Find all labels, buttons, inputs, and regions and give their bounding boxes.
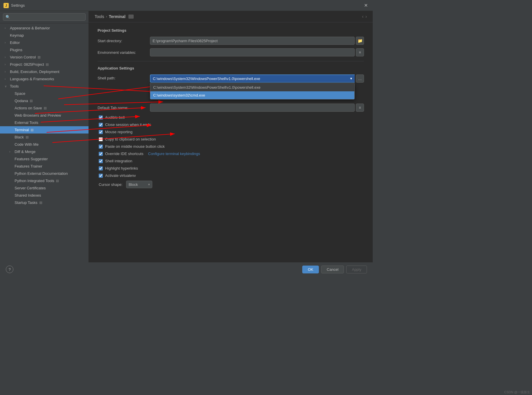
sidebar-item-python-integrated[interactable]: Python Integrated Tools ▤: [0, 177, 89, 184]
start-directory-folder-btn[interactable]: 📁: [356, 37, 364, 45]
env-vars-input[interactable]: [150, 48, 355, 56]
sidebar-item-label: Plugins: [10, 48, 22, 52]
start-directory-row: Start directory: 📁: [98, 37, 364, 45]
highlight-hyperlinks-checkbox[interactable]: [99, 166, 103, 170]
search-input[interactable]: [3, 13, 86, 21]
chevron-placeholder: [5, 48, 8, 51]
env-vars-row: Environment variables: ≡: [98, 48, 364, 56]
sidebar-item-terminal[interactable]: Terminal ▤: [0, 126, 89, 134]
shell-path-ellipsis-btn[interactable]: …: [356, 74, 364, 83]
breadcrumb-parent: Tools: [95, 14, 104, 19]
sidebar-item-build[interactable]: › Build, Execution, Deployment: [0, 68, 89, 75]
shell-path-row: Shell path: ▼ … C:\windows\System32\Wind…: [98, 74, 364, 83]
close-button[interactable]: ✕: [362, 2, 369, 9]
sidebar-item-external-tools[interactable]: External Tools: [0, 119, 89, 126]
nav-forward-arrow[interactable]: ›: [365, 14, 367, 19]
sidebar-item-keymap[interactable]: Keymap: [0, 32, 89, 39]
sidebar-items: › Appearance & Behavior Keymap › Editor …: [0, 23, 89, 262]
sidebar-item-label: Python Integrated Tools: [15, 179, 54, 183]
activate-virtualenv-checkbox[interactable]: [99, 174, 103, 178]
sidebar-item-label: Python External Documentation: [15, 171, 68, 176]
paste-middle-checkbox[interactable]: [99, 145, 103, 149]
sidebar-item-features-suggester[interactable]: Features Suggester: [0, 155, 89, 163]
default-tab-input[interactable]: [150, 104, 355, 112]
cursor-shape-select-wrapper: Block Underline Vertical ▼: [126, 181, 152, 188]
env-vars-control: ≡: [150, 48, 364, 56]
sidebar-item-languages[interactable]: › Languages & Frameworks: [0, 75, 89, 83]
apply-button[interactable]: Apply: [346, 266, 367, 273]
breadcrumb-current: Terminal: [109, 14, 126, 19]
sidebar-item-version-control[interactable]: › Version Control ▤: [0, 54, 89, 61]
sidebar-item-editor[interactable]: › Editor: [0, 39, 89, 46]
sidebar-item-diff-merge[interactable]: › Diff & Merge: [0, 148, 89, 155]
cancel-button[interactable]: Cancel: [321, 266, 344, 273]
configure-keybindings-link[interactable]: Configure terminal keybindings: [148, 152, 200, 156]
chevron-placeholder: [9, 92, 13, 95]
help-button[interactable]: ?: [6, 266, 13, 273]
shell-path-wrapper: ▼ … C:\windows\System32\WindowsPowerShel…: [150, 74, 364, 83]
sidebar-item-shared-indexes[interactable]: Shared Indexes: [0, 192, 89, 199]
sidebar-item-label: Project: 0825Project: [10, 62, 44, 67]
chevron-placeholder: [9, 157, 13, 161]
shell-integration-checkbox[interactable]: [99, 159, 103, 163]
window-title: Settings: [11, 3, 362, 8]
sidebar-item-project[interactable]: › Project: 0825Project ▤: [0, 61, 89, 68]
breadcrumb: Tools › Terminal: [95, 14, 360, 19]
env-vars-btn[interactable]: ≡: [356, 48, 364, 56]
shell-path-dropdown: C:\windows\System32\WindowsPowerShell\v1…: [150, 83, 355, 99]
sidebar-item-code-with-me[interactable]: Code With Me: [0, 141, 89, 148]
mouse-reporting-checkbox[interactable]: [99, 130, 103, 134]
breadcrumb-separator: ›: [106, 15, 107, 19]
chevron-placeholder: [9, 136, 13, 139]
nav-back-arrow[interactable]: ‹: [362, 14, 363, 19]
chevron-placeholder: [9, 186, 13, 190]
breadcrumb-bar: Tools › Terminal ‹ ›: [89, 11, 373, 22]
checkboxes-section: Audible bell Close session when it ends …: [98, 115, 364, 178]
chevron-placeholder: [9, 106, 13, 110]
sidebar-item-startup-tasks[interactable]: Startup Tasks ▤: [0, 199, 89, 206]
sidebar-item-label: Keymap: [10, 33, 24, 38]
shell-path-input[interactable]: [150, 74, 348, 83]
shell-option-cmd[interactable]: C:\windows\system32\cmd.exe: [150, 91, 354, 99]
audible-bell-label: Audible bell: [105, 115, 125, 120]
sidebar-item-black[interactable]: Black ▤: [0, 134, 89, 141]
sidebar-item-web-browsers[interactable]: Web Browsers and Preview: [0, 112, 89, 119]
sidebar-item-plugins[interactable]: Plugins: [0, 46, 89, 54]
sidebar-item-appearance[interactable]: › Appearance & Behavior: [0, 24, 89, 32]
activate-virtualenv-label: Activate virtualenv: [105, 173, 136, 178]
chevron-placeholder: [9, 114, 13, 117]
start-directory-input[interactable]: [150, 37, 355, 45]
chevron-icon: ›: [5, 70, 8, 73]
override-ide-checkbox[interactable]: [99, 152, 103, 156]
sidebar-item-server-certs[interactable]: Server Certificates: [0, 184, 89, 192]
chevron-placeholder: [9, 143, 13, 146]
chevron-placeholder: [9, 99, 13, 102]
default-tab-control: ≡: [150, 104, 364, 112]
shell-option-powershell[interactable]: C:\windows\System32\WindowsPowerShell\v1…: [150, 83, 354, 91]
chevron-placeholder: [5, 34, 8, 37]
sidebar-item-label: Shared Indexes: [15, 193, 41, 198]
default-tab-btn[interactable]: ≡: [356, 104, 364, 112]
chevron-placeholder: [9, 165, 13, 168]
ok-button[interactable]: OK: [302, 266, 319, 273]
copy-clipboard-label: Copy to clipboard on selection: [105, 137, 156, 141]
sidebar-item-python-ext-doc[interactable]: Python External Documentation: [0, 170, 89, 177]
breadcrumb-config-icon: [128, 15, 134, 19]
shell-path-dropdown-btn[interactable]: ▼: [348, 74, 355, 83]
cursor-shape-row: Cursor shape: Block Underline Vertical ▼: [98, 181, 364, 188]
sidebar-item-label: External Tools: [15, 120, 38, 125]
copy-clipboard-checkbox[interactable]: [99, 137, 103, 141]
audible-bell-checkbox[interactable]: [99, 115, 103, 120]
cursor-shape-select[interactable]: Block Underline Vertical: [126, 181, 152, 188]
sidebar-item-label: Space: [15, 91, 25, 96]
sidebar-item-tools[interactable]: ∨ Tools: [0, 83, 89, 90]
default-tab-label: Default Tab name:: [98, 106, 150, 110]
sidebar-item-space[interactable]: Space: [0, 90, 89, 97]
sidebar-item-features-trainer[interactable]: Features Trainer: [0, 163, 89, 170]
chevron-placeholder: [9, 121, 13, 124]
sidebar-item-qodana[interactable]: Qodana ▤: [0, 97, 89, 104]
chevron-placeholder: [9, 194, 13, 197]
close-session-checkbox[interactable]: [99, 123, 103, 127]
sidebar-item-actions-on-save[interactable]: Actions on Save ▤: [0, 104, 89, 112]
sidebar-item-label: Server Certificates: [15, 186, 46, 190]
